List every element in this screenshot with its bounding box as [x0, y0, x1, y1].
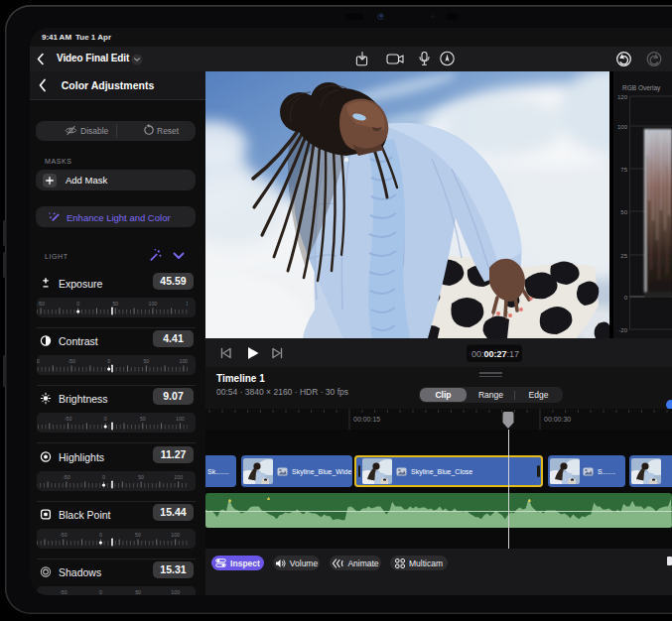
- svg-text:00:00:30: 00:00:30: [544, 416, 571, 423]
- svg-text:50: 50: [143, 358, 149, 364]
- svg-text:100: 100: [171, 531, 180, 537]
- svg-text:100: 100: [171, 589, 180, 595]
- svg-text:100: 100: [174, 473, 183, 479]
- svg-text:-50: -50: [65, 416, 72, 422]
- svg-text:-50: -50: [37, 301, 45, 307]
- svg-text:00:00:27:17: 00:00:27:17: [471, 349, 519, 359]
- svg-text:120: 120: [617, 94, 628, 100]
- svg-text:50: 50: [620, 209, 627, 215]
- svg-text:100: 100: [176, 416, 185, 422]
- svg-text:50: 50: [135, 531, 141, 537]
- svg-text:150: 150: [186, 301, 188, 307]
- svg-text:50: 50: [138, 473, 144, 479]
- svg-text:0: 0: [76, 301, 79, 307]
- svg-text:25: 25: [620, 253, 627, 259]
- svg-text:0: 0: [99, 531, 102, 537]
- svg-text:100: 100: [149, 301, 158, 307]
- svg-text:0: 0: [107, 358, 110, 364]
- svg-text:-20: -20: [618, 327, 627, 333]
- svg-text:-100: -100: [37, 358, 40, 364]
- svg-text:50: 50: [135, 589, 141, 595]
- svg-text:50: 50: [140, 416, 146, 422]
- svg-text:0: 0: [624, 295, 628, 301]
- svg-text:0: 0: [102, 473, 105, 479]
- svg-text:100: 100: [617, 124, 628, 130]
- svg-text:0: 0: [99, 589, 102, 595]
- svg-text:-50: -50: [63, 473, 70, 479]
- svg-text:0: 0: [104, 416, 107, 422]
- svg-text:50: 50: [112, 301, 118, 307]
- svg-text:100: 100: [180, 358, 188, 364]
- svg-text:-50: -50: [67, 358, 75, 364]
- svg-text:00:00:15: 00:00:15: [353, 416, 380, 423]
- svg-text:-50: -50: [60, 531, 67, 537]
- svg-text:RGB Overlay: RGB Overlay: [622, 84, 661, 92]
- svg-text:-50: -50: [60, 589, 67, 595]
- svg-text:75: 75: [620, 167, 627, 173]
